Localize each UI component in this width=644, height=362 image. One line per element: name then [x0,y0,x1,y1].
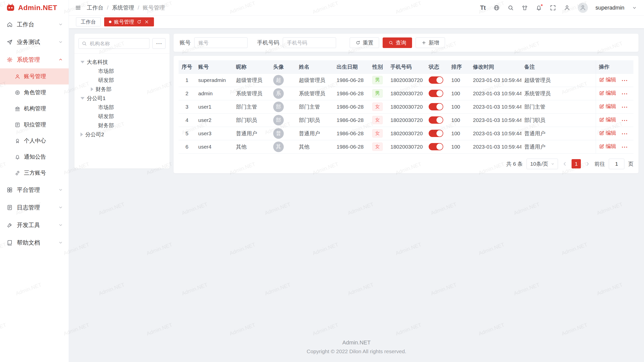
next-page-button[interactable] [585,161,591,167]
globe-icon[interactable] [493,5,500,11]
caret-collapsed-icon[interactable] [91,87,93,91]
chevron-down-icon [58,205,63,210]
status-toggle[interactable] [429,130,443,137]
right-column: 账号 手机号码 重置 查询 [174,34,638,173]
caret-expanded-icon[interactable] [80,61,85,63]
chevron-up-icon [58,57,63,62]
sidebar-item-position-management[interactable]: 职位管理 [0,117,69,133]
column-header: 排序 [448,60,470,73]
edit-button[interactable]: 编辑 [599,143,616,150]
prev-page-button[interactable] [562,161,568,167]
more-button[interactable]: ··· [622,117,628,124]
phone-input[interactable] [283,37,336,48]
notifications-button[interactable] [536,5,542,11]
sidebar-item-notice[interactable]: 通知公告 [0,149,69,165]
gear-icon [7,57,13,63]
refresh-icon[interactable] [137,19,142,24]
sidebar-item-account-management[interactable]: 账号管理 [0,68,69,84]
sidebar-item-dev-tools[interactable]: 开发工具 [0,216,69,234]
account-input[interactable] [194,37,248,48]
sidebar-item-platform-management[interactable]: 平台管理 [0,181,69,199]
search-button[interactable]: 查询 [383,37,412,48]
tree-node[interactable]: 市场部 [77,103,167,112]
edit-button[interactable]: 编辑 [599,116,616,123]
status-toggle[interactable] [429,103,443,110]
sidebar-item-role-management[interactable]: 角色管理 [0,84,69,101]
more-button[interactable]: ··· [622,91,628,97]
add-button[interactable]: 新增 [416,37,445,48]
edit-button[interactable]: 编辑 [599,89,616,97]
sidebar-item-label: 平台管理 [17,186,40,194]
theme-icon[interactable] [521,5,528,11]
cell-name: 超级管理员 [296,73,334,87]
status-toggle[interactable] [429,76,443,84]
status-toggle[interactable] [429,90,443,97]
gender-badge: 女 [372,129,383,138]
cell-name: 其他 [296,140,334,153]
sidebar-item-log-management[interactable]: 日志管理 [0,199,69,216]
sidebar-item-business-test[interactable]: 业务测试 [0,33,69,51]
sidebar-item-system-management[interactable]: 系统管理 [0,51,69,68]
sidebar-item-org-management[interactable]: 机构管理 [0,101,69,117]
cell-remark: 部门主管 [521,100,596,113]
tree-node[interactable]: 大名科技 [77,58,167,67]
search-icon[interactable] [507,5,514,11]
edit-button[interactable]: 编辑 [599,103,616,110]
tab-workbench[interactable]: 工作台 [76,17,101,26]
more-button[interactable]: ··· [622,77,628,84]
tree-node[interactable]: 研发部 [77,112,167,121]
status-toggle[interactable] [429,143,443,150]
menu-toggle-icon[interactable] [75,5,81,11]
more-button[interactable]: ··· [622,104,628,110]
breadcrumb-item[interactable]: 工作台 [87,4,103,12]
cell-avatar: 部 [270,113,296,127]
more-button[interactable]: ··· [622,131,628,137]
font-size-icon[interactable]: Tt [480,4,486,11]
app-logo-text: Admin.NET [18,4,57,12]
status-toggle[interactable] [429,116,443,124]
cell-nickname: 普通用户 [233,127,270,140]
caret-expanded-icon[interactable] [80,97,85,100]
caret-collapsed-icon[interactable] [80,132,83,137]
goto-page-input[interactable] [609,159,624,169]
edit-icon [599,77,604,82]
fullscreen-icon[interactable] [550,5,556,11]
tree-node[interactable]: 分公司2 [77,130,167,139]
cell-birthday: 1986-06-28 [334,73,369,87]
org-search-input[interactable] [78,38,149,49]
breadcrumb-item[interactable]: 系统管理 [112,4,134,12]
more-button[interactable]: ··· [622,144,628,150]
user-avatar[interactable] [578,3,588,13]
cell-account: user1 [195,100,233,113]
tree-node-label: 市场部 [98,104,114,111]
table-row: 2 admin 系统管理员 系 系统管理员 1986-06-28 男 18020… [179,87,633,100]
main-area: 工作台 / 系统管理 / 账号管理 Tt superadmin [69,0,644,362]
edit-button[interactable]: 编辑 [599,129,616,137]
org-more-button[interactable]: ⋯ [152,38,166,49]
page-number-button[interactable]: 1 [572,159,581,168]
cell-status [426,100,448,113]
id-card-icon [15,122,20,128]
chevron-down-icon[interactable] [632,5,637,10]
sidebar-item-personal-center[interactable]: 个人中心 [0,133,69,149]
tree-node[interactable]: 财务部 [77,85,167,94]
close-icon[interactable] [144,19,149,24]
sidebar-item-workbench[interactable]: 工作台 [0,16,69,33]
tree-node[interactable]: 研发部 [77,76,167,85]
tree-node[interactable]: 财务部 [77,121,167,130]
tree-node[interactable]: 市场部 [77,67,167,76]
cell-gender: 女 [369,140,387,153]
tab-active-dot [109,21,111,23]
username[interactable]: superadmin [595,5,624,11]
page-size-select[interactable]: 10条/页 [527,159,558,169]
profile-icon[interactable] [564,5,570,11]
tree-node[interactable]: 分公司1 [77,94,167,103]
app-logo[interactable]: Admin.NET [0,0,69,16]
cell-nickname: 其他 [233,140,270,153]
edit-button[interactable]: 编辑 [599,76,616,83]
sidebar-item-help-docs[interactable]: 帮助文档 [0,234,69,251]
sidebar-item-third-party-account[interactable]: 三方账号 [0,165,69,181]
pagination-total: 共 6 条 [506,160,522,167]
reset-button[interactable]: 重置 [350,37,379,48]
tab-account-management[interactable]: 账号管理 [104,17,154,26]
